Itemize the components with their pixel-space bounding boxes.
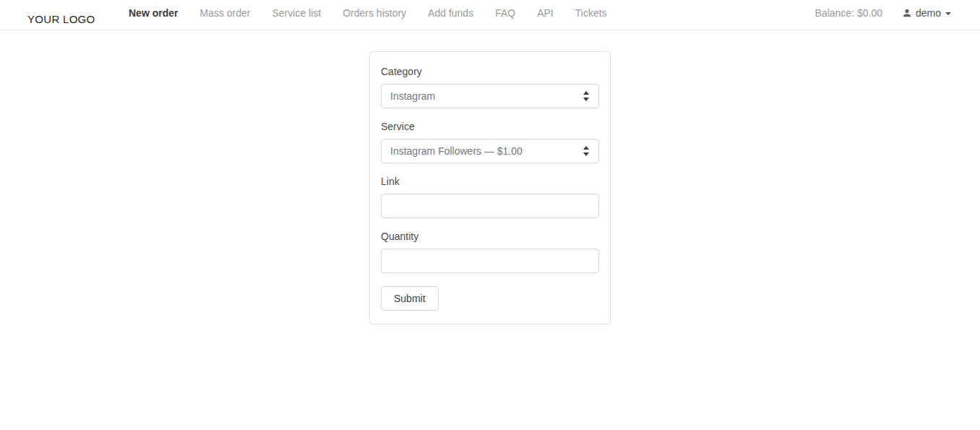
header-right-group: Balance: $0.00 demo <box>815 7 951 19</box>
select-arrows-icon <box>583 146 590 156</box>
service-group: Service Instagram Followers — $1.00 <box>381 121 599 163</box>
caret-down-icon <box>945 12 951 15</box>
user-menu-dropdown[interactable]: demo <box>902 7 951 19</box>
category-selected-value: Instagram <box>390 90 435 102</box>
main-nav: New order Mass order Service list Orders… <box>129 7 607 19</box>
nav-item-add-funds[interactable]: Add funds <box>428 7 473 19</box>
category-label: Category <box>381 66 599 77</box>
service-selected-value: Instagram Followers — $1.00 <box>390 145 523 157</box>
service-label: Service <box>381 121 599 132</box>
nav-item-api[interactable]: API <box>537 7 554 19</box>
new-order-form-card: Category Instagram Service Instagram Fol… <box>369 51 611 324</box>
quantity-group: Quantity <box>381 231 599 273</box>
link-group: Link <box>381 176 599 218</box>
category-select[interactable]: Instagram <box>381 84 599 108</box>
site-logo[interactable]: YOUR LOGO <box>27 13 95 25</box>
submit-button[interactable]: Submit <box>381 286 439 311</box>
nav-item-orders-history[interactable]: Orders history <box>343 7 406 19</box>
nav-item-faq[interactable]: FAQ <box>495 7 515 19</box>
select-arrows-icon <box>583 91 590 101</box>
link-input[interactable] <box>381 194 599 218</box>
link-label: Link <box>381 176 599 186</box>
balance-label: Balance: $0.00 <box>815 7 882 19</box>
nav-item-new-order[interactable]: New order <box>129 7 178 19</box>
top-navbar: YOUR LOGO New order Mass order Service l… <box>0 0 980 30</box>
user-icon <box>902 8 912 18</box>
username-label: demo <box>916 7 941 19</box>
nav-item-mass-order[interactable]: Mass order <box>199 7 250 19</box>
quantity-label: Quantity <box>381 231 599 241</box>
quantity-input[interactable] <box>381 249 599 273</box>
nav-item-service-list[interactable]: Service list <box>272 7 322 19</box>
service-select[interactable]: Instagram Followers — $1.00 <box>381 139 599 163</box>
category-group: Category Instagram <box>381 66 599 108</box>
nav-item-tickets[interactable]: Tickets <box>575 7 607 19</box>
